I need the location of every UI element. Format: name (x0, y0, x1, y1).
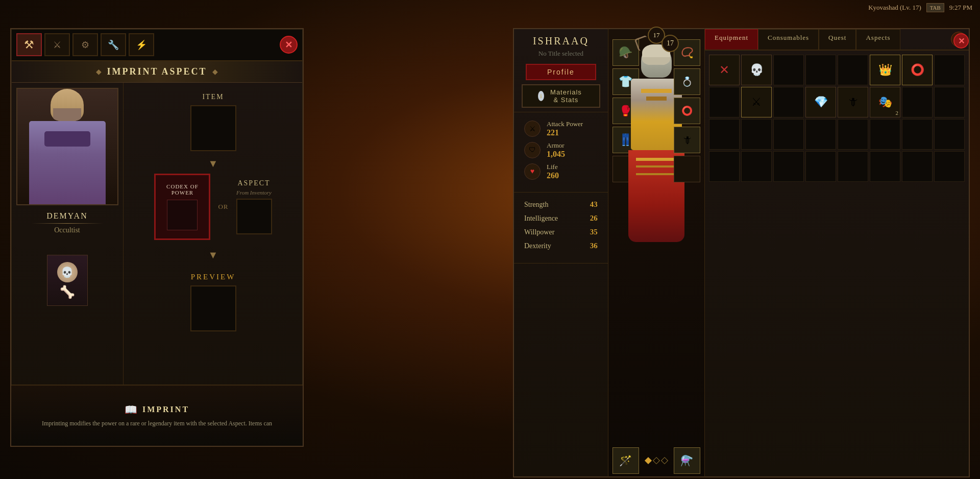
materials-stats-button[interactable]: ℹ Materials & Stats (522, 84, 600, 108)
gear-column-right: 📿 💍 ⭕ 🗡 (674, 39, 700, 182)
tab-2[interactable]: ⚔ (44, 33, 70, 56)
inv-cell-3-3[interactable] (805, 151, 836, 182)
close-left-panel-button[interactable]: ✕ (280, 36, 298, 54)
inv-cell-2-5[interactable] (870, 119, 900, 150)
profile-button[interactable]: Profile (526, 64, 596, 80)
gear-slot-weapon[interactable]: 🗡 (674, 127, 700, 153)
inv-cell-2-2[interactable] (773, 119, 804, 150)
inv-cell-1-0[interactable] (709, 87, 740, 117)
stats-panel: ISHRAAQ No Title selected Profile ℹ Mate… (513, 28, 608, 477)
preview-slot (190, 285, 236, 331)
player-name: Kyovashad (Lv. 17) (868, 4, 921, 12)
diamond-indicator (643, 456, 670, 466)
inv-cell-2-7[interactable] (934, 119, 965, 150)
aspect-label: ASPECT (237, 179, 270, 187)
arrow-down-2: ▼ (208, 249, 218, 261)
inv-cell-0-7[interactable] (934, 55, 965, 85)
intelligence-label: Intelligence (524, 214, 558, 223)
inv-cell-0-5[interactable]: 👑 (870, 55, 900, 85)
diamond-empty-2 (661, 457, 668, 464)
codex-aspect-section: CODEX OF POWER OR ASPECT From Inventory (154, 174, 272, 240)
panel-title-bar: ◆ IMPRINT ASPECT ◆ (11, 61, 303, 83)
inv-cell-0-2[interactable] (773, 55, 804, 85)
strength-value: 43 (590, 200, 598, 209)
gear-slot-secondary[interactable]: ⚗️ (674, 447, 700, 474)
codex-label: CODEX OF POWER (166, 183, 199, 196)
armor-stat: 🛡 Armor 1,045 (524, 141, 598, 159)
title-diamond-right: ◆ (212, 67, 218, 76)
top-bar: Kyovashad (Lv. 17) TAB 9:27 PM (827, 0, 980, 15)
inv-cell-2-3[interactable] (805, 119, 836, 150)
codex-of-power-slot[interactable]: CODEX OF POWER (154, 174, 210, 240)
inv-cell-1-3[interactable]: 💎 (805, 87, 836, 117)
materials-label: Materials & Stats (548, 88, 584, 104)
gear-slot-ring1[interactable]: 💍 (674, 68, 700, 95)
inventory-panel: Equipment Consumables Quest Aspects ⇄ ✕ … (705, 28, 970, 477)
tab-consumables[interactable]: Consumables (758, 29, 819, 50)
inv-cell-0-6[interactable]: ⭕ (902, 55, 933, 85)
tab-key-hint: TAB (926, 3, 944, 12)
aspect-slot[interactable] (236, 199, 272, 234)
tab-imprint[interactable]: ⚒ (16, 33, 42, 56)
npc-name: DEMYAN (46, 211, 87, 221)
inv-cell-1-1[interactable]: ⚔ (741, 87, 772, 117)
item-slot[interactable] (190, 105, 236, 151)
panel-title: IMPRINT ASPECT (107, 66, 207, 77)
book-icon: 📖 (125, 403, 137, 416)
tab-4[interactable]: 🔧 (101, 33, 126, 56)
level-badge: 17 (662, 35, 679, 52)
close-right-panel-button[interactable]: ✕ (953, 33, 969, 49)
inv-cell-1-5[interactable]: 🎭2 (870, 87, 900, 117)
character-name-header: ISHRAAQ (533, 35, 589, 47)
inv-cell-0-4[interactable] (838, 55, 868, 85)
inv-cell-3-6[interactable] (902, 151, 933, 182)
arrow-down-1: ▼ (208, 158, 218, 170)
inv-cell-0-3[interactable] (805, 55, 836, 85)
inv-cell-0-0[interactable]: ✕ (709, 55, 740, 85)
item-label: ITEM (202, 93, 224, 101)
inv-cell-1-2[interactable] (773, 87, 804, 117)
preview-section: PREVIEW (190, 273, 236, 331)
gear-slot-staff[interactable]: 🪄 (612, 447, 639, 474)
life-label: Life (547, 163, 559, 171)
attack-power-icon: ⚔ (524, 121, 541, 137)
inv-cell-3-2[interactable] (773, 151, 804, 182)
tab-3[interactable]: ⚙ (72, 33, 98, 56)
intelligence-stat: Intelligence 26 (524, 214, 598, 223)
inv-cell-3-1[interactable] (741, 151, 772, 182)
tab-quest[interactable]: Quest (819, 29, 856, 50)
imprint-icon-bar: 📖 IMPRINT (125, 403, 189, 416)
inv-cell-2-0[interactable] (709, 119, 740, 150)
inv-cell-1-6[interactable] (902, 87, 933, 117)
strength-label: Strength (524, 201, 548, 209)
inv-cell-0-1[interactable]: 💀 (741, 55, 772, 85)
tab-equipment[interactable]: Equipment (705, 29, 758, 50)
inv-cell-1-4[interactable]: 🗡 (838, 87, 868, 117)
primary-stats-section: ⚔ Attack Power 221 🛡 Armor 1,045 ♥ Life (514, 112, 608, 193)
inv-cell-3-4[interactable] (838, 151, 868, 182)
gear-slot-ring2[interactable]: ⭕ (674, 98, 700, 124)
inv-cell-3-5[interactable] (870, 151, 900, 182)
npc-class: Occultist (54, 226, 80, 234)
inv-cell-3-0[interactable] (709, 151, 740, 182)
inv-cell-2-6[interactable] (902, 119, 933, 150)
imprint-action-title: IMPRINT (142, 405, 189, 414)
inv-cell-1-7[interactable] (934, 87, 965, 117)
tab-5[interactable]: ⚡ (129, 33, 154, 56)
tab-aspects[interactable]: Aspects (856, 29, 900, 50)
life-value: 260 (547, 171, 559, 180)
inv-cell-3-7[interactable] (934, 151, 965, 182)
gear-slot-offhand[interactable] (674, 156, 700, 182)
life-info: Life 260 (547, 163, 559, 180)
attack-power-info: Attack Power 221 (547, 120, 583, 137)
strength-stat: Strength 43 (524, 200, 598, 209)
inv-cell-2-4[interactable] (838, 119, 868, 150)
inv-cell-2-1[interactable] (741, 119, 772, 150)
willpower-label: Willpower (524, 228, 554, 236)
imprint-bottom-bar: 📖 IMPRINT Imprinting modifies the power … (11, 385, 303, 446)
character-visual-panel: 17 🪖 👕 🥊 👖 (608, 28, 705, 477)
armor-value: 1,045 (547, 150, 565, 159)
preview-label: PREVIEW (191, 273, 236, 281)
bottom-gear-slots: 🪄 ⚗️ (612, 447, 700, 474)
codex-inner-slot[interactable] (167, 200, 198, 230)
